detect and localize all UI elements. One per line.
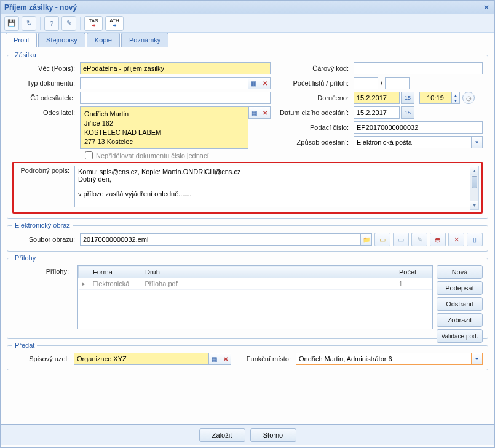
tab-bar: Profil Stejnopisy Kopie Poznámky bbox=[1, 33, 494, 47]
chevron-up-icon[interactable]: ▲ bbox=[470, 166, 478, 175]
input-spisovy[interactable] bbox=[74, 353, 209, 365]
tab-stejnopisy[interactable]: Stejnopisy bbox=[38, 33, 85, 47]
toolbar: 💾 ↻ ? ✎ TAS➜ ATH➜ bbox=[1, 14, 494, 33]
table-row[interactable]: ▸ Elektronická Příloha.pdf 1 bbox=[79, 278, 432, 290]
scrollbar[interactable]: ▲ ▼ bbox=[470, 166, 479, 210]
chevron-down-icon[interactable]: ▼ bbox=[470, 201, 478, 209]
grid-icon[interactable]: ▦ bbox=[209, 353, 220, 365]
label-fm: Funkční místo: bbox=[231, 355, 296, 362]
input-vec[interactable] bbox=[80, 62, 271, 74]
separator bbox=[80, 17, 81, 30]
label-prilohy: Přílohy: bbox=[12, 265, 74, 343]
button-cancel[interactable]: Storno bbox=[250, 428, 296, 442]
delete-icon[interactable]: ✕ bbox=[448, 233, 464, 246]
input-pocet-listu[interactable] bbox=[354, 77, 378, 89]
chevron-down-icon[interactable]: ▼ bbox=[452, 98, 459, 103]
label-soubor: Soubor obrazu: bbox=[12, 236, 80, 243]
sign-icon[interactable]: ✎ bbox=[411, 233, 427, 246]
label-dco: Datum cizího odeslání: bbox=[277, 109, 354, 116]
help-icon[interactable]: ? bbox=[44, 16, 59, 31]
time-spinner[interactable]: ▲▼ bbox=[451, 92, 460, 104]
close-icon[interactable]: ✕ bbox=[482, 3, 491, 12]
save-icon[interactable]: 💾 bbox=[4, 16, 19, 31]
tab-poznamky[interactable]: Poznámky bbox=[121, 33, 168, 47]
input-carovy[interactable] bbox=[354, 62, 483, 74]
input-dco[interactable] bbox=[354, 106, 400, 119]
grid-icon[interactable]: ▦ bbox=[248, 77, 259, 89]
stamp-icon[interactable]: ◓ bbox=[430, 233, 446, 246]
button-zobrazit[interactable]: Zobrazit bbox=[437, 313, 483, 327]
content: Zásilka Věc (Popis): Typ dokumentu: ▦ ✕ … bbox=[1, 47, 494, 430]
label-spisovy: Spisový uzel: bbox=[12, 355, 74, 362]
group-predat: Předat Spisový uzel: ▦ ✕ Funkční místo: … bbox=[7, 342, 488, 370]
scroll-thumb[interactable] bbox=[472, 176, 477, 188]
button-odstranit[interactable]: Odstranit bbox=[437, 297, 483, 311]
input-typ[interactable] bbox=[80, 77, 248, 89]
folder-icon[interactable]: 📁 bbox=[361, 233, 372, 246]
button-nova[interactable]: Nová bbox=[437, 265, 483, 279]
separator bbox=[40, 17, 41, 30]
legend-eobraz: Elektronický obraz bbox=[12, 222, 73, 229]
highlight-podrobny: Podrobný popis: ▲ ▼ bbox=[12, 162, 483, 214]
clear-icon[interactable]: ✕ bbox=[259, 77, 271, 89]
label-pocet: Počet listů / příloh: bbox=[277, 79, 354, 87]
tab-profil[interactable]: Profil bbox=[6, 33, 37, 47]
row-indicator-icon: ▸ bbox=[79, 278, 89, 290]
chevron-up-icon[interactable]: ▲ bbox=[452, 92, 459, 98]
label-podrobny: Podrobný popis: bbox=[16, 166, 74, 174]
col-pocet[interactable]: Počet bbox=[395, 266, 432, 278]
ath-button[interactable]: ATH➜ bbox=[105, 16, 124, 31]
group-eobraz: Elektronický obraz Soubor obrazu: 📁 ▭ ▭ … bbox=[7, 222, 488, 252]
textarea-podrobny[interactable] bbox=[74, 166, 470, 207]
addr-line: KOSTELEC NAD LABEM bbox=[84, 128, 244, 137]
checkbox-nepridelovat[interactable] bbox=[85, 151, 93, 159]
addr-line: Ondřich Martin bbox=[84, 110, 244, 119]
tas-button[interactable]: TAS➜ bbox=[84, 16, 103, 31]
scan-icon[interactable]: ▭ bbox=[374, 233, 390, 246]
label-cj: ČJ odesílatele: bbox=[12, 94, 80, 102]
clear-icon[interactable]: ✕ bbox=[259, 106, 271, 119]
label-vec: Věc (Popis): bbox=[12, 65, 80, 72]
grid-icon[interactable]: ▦ bbox=[248, 106, 259, 119]
button-save[interactable]: Založit bbox=[199, 428, 245, 442]
footer: Založit Storno bbox=[1, 424, 494, 445]
col-forma[interactable]: Forma bbox=[89, 266, 141, 278]
calendar-icon[interactable]: 15 bbox=[401, 106, 414, 119]
page-icon[interactable]: ▯ bbox=[467, 233, 483, 246]
input-podaci[interactable] bbox=[354, 121, 483, 134]
brush-icon[interactable]: ✎ bbox=[61, 16, 76, 31]
addr-line: Jiřice 162 bbox=[84, 119, 244, 128]
input-zpusob[interactable] bbox=[354, 136, 472, 148]
clear-icon[interactable]: ✕ bbox=[220, 353, 231, 365]
input-doruceno-time[interactable] bbox=[419, 92, 451, 104]
slash: / bbox=[381, 79, 382, 87]
input-soubor[interactable] bbox=[80, 233, 361, 246]
legend-zasilka: Zásilka bbox=[12, 51, 39, 58]
input-fm[interactable] bbox=[296, 353, 472, 365]
group-zasilka: Zásilka Věc (Popis): Typ dokumentu: ▦ ✕ … bbox=[7, 51, 488, 219]
label-zpusob: Způsob odeslání: bbox=[277, 138, 354, 146]
chevron-down-icon[interactable]: ▼ bbox=[472, 353, 483, 365]
label-nepridelovat: Nepřidělovat dokumentu číslo jednací bbox=[96, 152, 208, 159]
scan2-icon[interactable]: ▭ bbox=[393, 233, 409, 246]
window: Příjem zásilky - nový ✕ 💾 ↻ ? ✎ TAS➜ ATH… bbox=[0, 0, 495, 448]
input-pocet-priloh[interactable] bbox=[385, 77, 410, 89]
legend-prilohy: Přílohy bbox=[12, 254, 38, 262]
clock-icon[interactable]: ◷ bbox=[462, 92, 475, 104]
button-validovat[interactable]: Validace pod. bbox=[437, 329, 483, 343]
group-prilohy: Přílohy Přílohy: Forma Druh Počet bbox=[7, 254, 488, 339]
refresh-icon[interactable]: ↻ bbox=[22, 16, 36, 31]
col-druh[interactable]: Druh bbox=[141, 266, 395, 278]
dropdown-zpusob[interactable]: ▼ bbox=[354, 136, 483, 148]
cell-forma: Elektronická bbox=[89, 278, 141, 290]
input-cj[interactable] bbox=[80, 92, 271, 104]
dropdown-fm[interactable]: ▼ bbox=[296, 353, 483, 365]
cell-druh: Příloha.pdf bbox=[141, 278, 395, 290]
calendar-icon[interactable]: 15 bbox=[401, 92, 414, 104]
tab-kopie[interactable]: Kopie bbox=[87, 33, 120, 47]
input-doruceno-date[interactable] bbox=[354, 92, 400, 104]
button-podepsat[interactable]: Podepsat bbox=[437, 281, 483, 295]
chevron-down-icon[interactable]: ▼ bbox=[472, 136, 483, 148]
cell-pocet: 1 bbox=[395, 278, 432, 290]
label-podaci: Podací číslo: bbox=[277, 124, 354, 131]
